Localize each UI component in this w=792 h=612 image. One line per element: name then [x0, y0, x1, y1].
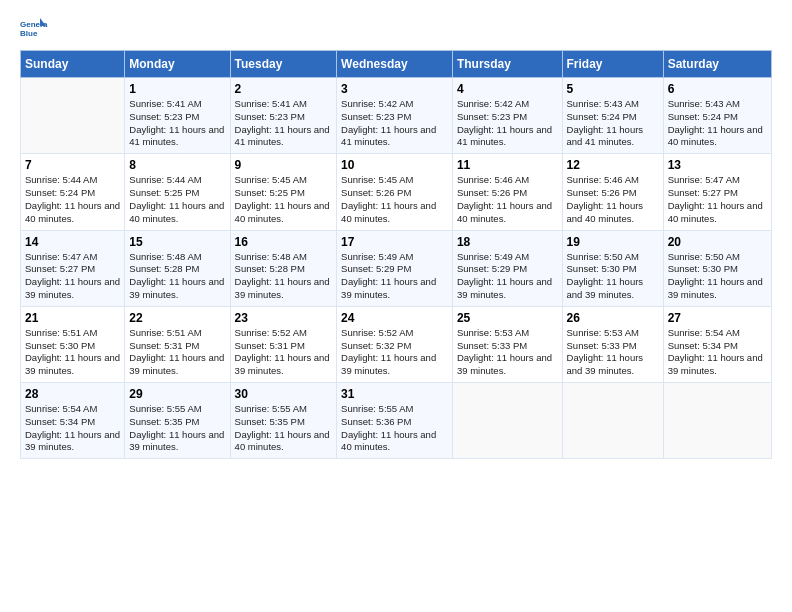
- day-number: 30: [235, 387, 333, 401]
- col-header-thursday: Thursday: [452, 51, 562, 78]
- calendar-cell: 15Sunrise: 5:48 AM Sunset: 5:28 PM Dayli…: [125, 230, 230, 306]
- day-info: Sunrise: 5:52 AM Sunset: 5:31 PM Dayligh…: [235, 327, 333, 378]
- calendar-cell: 31Sunrise: 5:55 AM Sunset: 5:36 PM Dayli…: [337, 383, 453, 459]
- col-header-sunday: Sunday: [21, 51, 125, 78]
- day-number: 14: [25, 235, 120, 249]
- calendar-cell: 18Sunrise: 5:49 AM Sunset: 5:29 PM Dayli…: [452, 230, 562, 306]
- day-info: Sunrise: 5:48 AM Sunset: 5:28 PM Dayligh…: [129, 251, 225, 302]
- day-number: 20: [668, 235, 767, 249]
- day-info: Sunrise: 5:51 AM Sunset: 5:31 PM Dayligh…: [129, 327, 225, 378]
- day-info: Sunrise: 5:41 AM Sunset: 5:23 PM Dayligh…: [235, 98, 333, 149]
- calendar-cell: 25Sunrise: 5:53 AM Sunset: 5:33 PM Dayli…: [452, 306, 562, 382]
- calendar-cell: 3Sunrise: 5:42 AM Sunset: 5:23 PM Daylig…: [337, 78, 453, 154]
- calendar-cell: [663, 383, 771, 459]
- day-number: 27: [668, 311, 767, 325]
- day-number: 12: [567, 158, 659, 172]
- day-info: Sunrise: 5:53 AM Sunset: 5:33 PM Dayligh…: [567, 327, 659, 378]
- day-info: Sunrise: 5:45 AM Sunset: 5:26 PM Dayligh…: [341, 174, 448, 225]
- calendar-cell: 12Sunrise: 5:46 AM Sunset: 5:26 PM Dayli…: [562, 154, 663, 230]
- day-number: 26: [567, 311, 659, 325]
- day-number: 3: [341, 82, 448, 96]
- day-info: Sunrise: 5:43 AM Sunset: 5:24 PM Dayligh…: [668, 98, 767, 149]
- calendar-cell: 22Sunrise: 5:51 AM Sunset: 5:31 PM Dayli…: [125, 306, 230, 382]
- calendar-week-2: 7Sunrise: 5:44 AM Sunset: 5:24 PM Daylig…: [21, 154, 772, 230]
- calendar-cell: 5Sunrise: 5:43 AM Sunset: 5:24 PM Daylig…: [562, 78, 663, 154]
- day-info: Sunrise: 5:55 AM Sunset: 5:36 PM Dayligh…: [341, 403, 448, 454]
- calendar-cell: 20Sunrise: 5:50 AM Sunset: 5:30 PM Dayli…: [663, 230, 771, 306]
- day-info: Sunrise: 5:41 AM Sunset: 5:23 PM Dayligh…: [129, 98, 225, 149]
- calendar-cell: 4Sunrise: 5:42 AM Sunset: 5:23 PM Daylig…: [452, 78, 562, 154]
- calendar-cell: 23Sunrise: 5:52 AM Sunset: 5:31 PM Dayli…: [230, 306, 337, 382]
- day-info: Sunrise: 5:55 AM Sunset: 5:35 PM Dayligh…: [129, 403, 225, 454]
- day-number: 7: [25, 158, 120, 172]
- day-number: 24: [341, 311, 448, 325]
- day-info: Sunrise: 5:47 AM Sunset: 5:27 PM Dayligh…: [25, 251, 120, 302]
- day-info: Sunrise: 5:54 AM Sunset: 5:34 PM Dayligh…: [25, 403, 120, 454]
- day-info: Sunrise: 5:45 AM Sunset: 5:25 PM Dayligh…: [235, 174, 333, 225]
- calendar-cell: 21Sunrise: 5:51 AM Sunset: 5:30 PM Dayli…: [21, 306, 125, 382]
- day-info: Sunrise: 5:42 AM Sunset: 5:23 PM Dayligh…: [341, 98, 448, 149]
- day-info: Sunrise: 5:46 AM Sunset: 5:26 PM Dayligh…: [457, 174, 558, 225]
- general-blue-logo-icon: General Blue: [20, 16, 48, 38]
- day-info: Sunrise: 5:50 AM Sunset: 5:30 PM Dayligh…: [668, 251, 767, 302]
- day-info: Sunrise: 5:50 AM Sunset: 5:30 PM Dayligh…: [567, 251, 659, 302]
- day-number: 15: [129, 235, 225, 249]
- logo: General Blue: [20, 16, 52, 38]
- calendar-cell: 16Sunrise: 5:48 AM Sunset: 5:28 PM Dayli…: [230, 230, 337, 306]
- day-info: Sunrise: 5:55 AM Sunset: 5:35 PM Dayligh…: [235, 403, 333, 454]
- calendar-cell: 24Sunrise: 5:52 AM Sunset: 5:32 PM Dayli…: [337, 306, 453, 382]
- day-number: 6: [668, 82, 767, 96]
- calendar-cell: 8Sunrise: 5:44 AM Sunset: 5:25 PM Daylig…: [125, 154, 230, 230]
- col-header-wednesday: Wednesday: [337, 51, 453, 78]
- col-header-friday: Friday: [562, 51, 663, 78]
- calendar-cell: [21, 78, 125, 154]
- calendar-cell: 9Sunrise: 5:45 AM Sunset: 5:25 PM Daylig…: [230, 154, 337, 230]
- day-info: Sunrise: 5:52 AM Sunset: 5:32 PM Dayligh…: [341, 327, 448, 378]
- calendar-cell: [452, 383, 562, 459]
- col-header-monday: Monday: [125, 51, 230, 78]
- day-number: 17: [341, 235, 448, 249]
- day-number: 9: [235, 158, 333, 172]
- calendar-cell: 2Sunrise: 5:41 AM Sunset: 5:23 PM Daylig…: [230, 78, 337, 154]
- day-info: Sunrise: 5:53 AM Sunset: 5:33 PM Dayligh…: [457, 327, 558, 378]
- calendar-cell: 7Sunrise: 5:44 AM Sunset: 5:24 PM Daylig…: [21, 154, 125, 230]
- calendar-cell: 1Sunrise: 5:41 AM Sunset: 5:23 PM Daylig…: [125, 78, 230, 154]
- day-number: 21: [25, 311, 120, 325]
- calendar-cell: 27Sunrise: 5:54 AM Sunset: 5:34 PM Dayli…: [663, 306, 771, 382]
- calendar-cell: 19Sunrise: 5:50 AM Sunset: 5:30 PM Dayli…: [562, 230, 663, 306]
- day-number: 13: [668, 158, 767, 172]
- day-number: 29: [129, 387, 225, 401]
- calendar-cell: 30Sunrise: 5:55 AM Sunset: 5:35 PM Dayli…: [230, 383, 337, 459]
- calendar-cell: 17Sunrise: 5:49 AM Sunset: 5:29 PM Dayli…: [337, 230, 453, 306]
- day-info: Sunrise: 5:49 AM Sunset: 5:29 PM Dayligh…: [341, 251, 448, 302]
- day-number: 8: [129, 158, 225, 172]
- day-info: Sunrise: 5:54 AM Sunset: 5:34 PM Dayligh…: [668, 327, 767, 378]
- calendar-cell: 29Sunrise: 5:55 AM Sunset: 5:35 PM Dayli…: [125, 383, 230, 459]
- calendar-week-3: 14Sunrise: 5:47 AM Sunset: 5:27 PM Dayli…: [21, 230, 772, 306]
- day-number: 10: [341, 158, 448, 172]
- calendar-week-1: 1Sunrise: 5:41 AM Sunset: 5:23 PM Daylig…: [21, 78, 772, 154]
- day-info: Sunrise: 5:48 AM Sunset: 5:28 PM Dayligh…: [235, 251, 333, 302]
- calendar-cell: 6Sunrise: 5:43 AM Sunset: 5:24 PM Daylig…: [663, 78, 771, 154]
- day-number: 31: [341, 387, 448, 401]
- day-number: 11: [457, 158, 558, 172]
- col-header-tuesday: Tuesday: [230, 51, 337, 78]
- day-info: Sunrise: 5:49 AM Sunset: 5:29 PM Dayligh…: [457, 251, 558, 302]
- day-number: 16: [235, 235, 333, 249]
- calendar-cell: 10Sunrise: 5:45 AM Sunset: 5:26 PM Dayli…: [337, 154, 453, 230]
- calendar-cell: 28Sunrise: 5:54 AM Sunset: 5:34 PM Dayli…: [21, 383, 125, 459]
- day-info: Sunrise: 5:44 AM Sunset: 5:24 PM Dayligh…: [25, 174, 120, 225]
- day-info: Sunrise: 5:42 AM Sunset: 5:23 PM Dayligh…: [457, 98, 558, 149]
- calendar-week-4: 21Sunrise: 5:51 AM Sunset: 5:30 PM Dayli…: [21, 306, 772, 382]
- calendar-cell: [562, 383, 663, 459]
- day-number: 1: [129, 82, 225, 96]
- day-info: Sunrise: 5:43 AM Sunset: 5:24 PM Dayligh…: [567, 98, 659, 149]
- day-info: Sunrise: 5:46 AM Sunset: 5:26 PM Dayligh…: [567, 174, 659, 225]
- day-number: 18: [457, 235, 558, 249]
- calendar-table: SundayMondayTuesdayWednesdayThursdayFrid…: [20, 50, 772, 459]
- calendar-cell: 14Sunrise: 5:47 AM Sunset: 5:27 PM Dayli…: [21, 230, 125, 306]
- calendar-cell: 26Sunrise: 5:53 AM Sunset: 5:33 PM Dayli…: [562, 306, 663, 382]
- svg-text:Blue: Blue: [20, 29, 38, 38]
- calendar-cell: 13Sunrise: 5:47 AM Sunset: 5:27 PM Dayli…: [663, 154, 771, 230]
- col-header-saturday: Saturday: [663, 51, 771, 78]
